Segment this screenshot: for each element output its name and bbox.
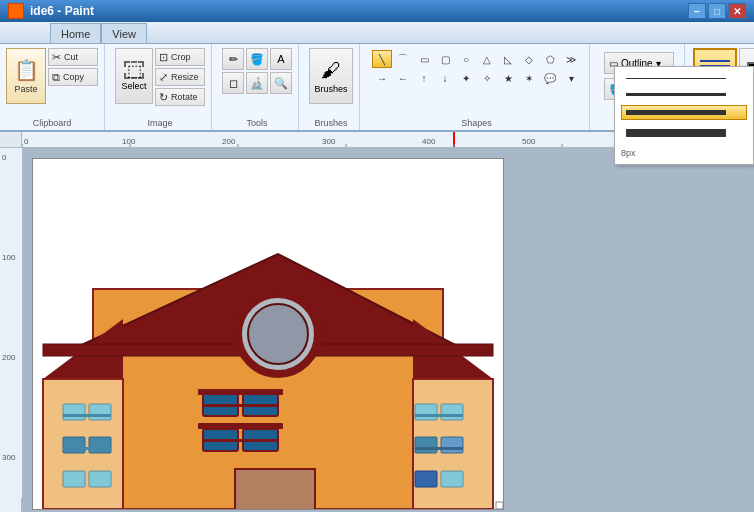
shape-curve[interactable]: ⌒: [393, 50, 413, 68]
shape-triangle[interactable]: △: [477, 50, 497, 68]
svg-text:200: 200: [2, 353, 16, 362]
brushes-group: 🖌 Brushes Brushes: [303, 44, 360, 130]
size-panel: 8px: [614, 66, 754, 165]
svg-rect-54: [496, 502, 503, 509]
size-option-3[interactable]: [621, 88, 747, 101]
svg-rect-34: [203, 439, 278, 442]
shape-ellipse[interactable]: ○: [456, 50, 476, 68]
shape-rounded-rect[interactable]: ▢: [435, 50, 455, 68]
app-title: ide6 - Paint: [30, 4, 94, 18]
size-option-5[interactable]: [621, 105, 747, 120]
tools-content: ✏ 🪣 A ◻ 🔬 🔍: [222, 48, 292, 128]
ruler-corner: [0, 132, 22, 148]
svg-text:0: 0: [2, 153, 7, 162]
minimize-button[interactable]: −: [688, 3, 706, 19]
canvas-area: 0 100 200 300: [0, 148, 754, 512]
svg-rect-35: [198, 389, 283, 395]
shape-arrow-up[interactable]: ↑: [414, 69, 434, 87]
shapes-content: ╲ ⌒ ▭ ▢ ○ △ ◺ ◇ ⬠ ≫ → ← ↑ ↓ ✦ ✧ ★ ✶ 💬: [370, 48, 583, 128]
shape-rect[interactable]: ▭: [414, 50, 434, 68]
shape-right-triangle[interactable]: ◺: [498, 50, 518, 68]
tab-view[interactable]: View: [101, 23, 147, 43]
size-option-1[interactable]: [621, 73, 747, 84]
shape-call[interactable]: 💬: [540, 69, 560, 87]
svg-text:100: 100: [2, 253, 16, 262]
shape-diagonal-line[interactable]: ╲: [372, 50, 392, 68]
svg-rect-42: [89, 437, 111, 453]
select-icon: ⬚: [124, 61, 144, 79]
copy-button[interactable]: ⧉ Copy: [48, 68, 98, 86]
shape-scroll[interactable]: ≫: [561, 50, 581, 68]
size-line-1px: [626, 78, 726, 79]
eyedrop-tool[interactable]: 🔬: [246, 72, 268, 94]
canvas-container[interactable]: [22, 148, 754, 512]
image-group: ⬚ Select ⊡ Crop ⤢ Resize ↻ Rotate Image: [109, 44, 212, 130]
app-icon: [8, 3, 24, 19]
shape-arrow-down[interactable]: ↓: [435, 69, 455, 87]
shape-star4[interactable]: ✧: [477, 69, 497, 87]
shape-arrow-left[interactable]: ←: [393, 69, 413, 87]
brushes-button[interactable]: 🖌 Brushes: [309, 48, 353, 104]
shape-diamond[interactable]: ◇: [519, 50, 539, 68]
svg-rect-45: [89, 471, 111, 487]
svg-rect-53: [441, 471, 463, 487]
window-controls: − □ ✕: [688, 3, 746, 19]
ribbon-tabs: Home View: [0, 22, 754, 44]
cut-icon: ✂: [52, 51, 61, 64]
shape-star6[interactable]: ✶: [519, 69, 539, 87]
paste-icon: 📋: [14, 58, 39, 82]
tab-home[interactable]: Home: [50, 23, 101, 43]
rotate-button[interactable]: ↻ Rotate: [155, 88, 205, 106]
text-tool[interactable]: A: [270, 48, 292, 70]
size-line-1: [700, 60, 730, 62]
resize-icon: ⤢: [159, 71, 168, 84]
pencil-tool[interactable]: ✏: [222, 48, 244, 70]
svg-rect-37: [235, 469, 315, 509]
size-line-3px: [626, 93, 726, 96]
v-ruler-svg: 0 100 200 300: [0, 148, 22, 498]
shape-more[interactable]: ▾: [561, 69, 581, 87]
resize-button[interactable]: ⤢ Resize: [155, 68, 205, 86]
ribbon-tabs-row: 💾 ↩ ↪ ▾ Home View: [0, 22, 754, 44]
clipboard-group: 📋 Paste ✂ Cut ⧉ Copy Clipboard: [0, 44, 105, 130]
svg-text:400: 400: [422, 137, 436, 146]
eraser-tool[interactable]: ◻: [222, 72, 244, 94]
svg-text:300: 300: [2, 453, 16, 462]
brush-icon: 🖌: [321, 59, 341, 82]
cut-button[interactable]: ✂ Cut: [48, 48, 98, 66]
rotate-icon: ↻: [159, 91, 168, 104]
svg-rect-50: [441, 437, 463, 453]
svg-rect-31: [203, 404, 278, 407]
select-button[interactable]: ⬚ Select: [115, 48, 153, 104]
maximize-button[interactable]: □: [708, 3, 726, 19]
vertical-ruler: 0 100 200 300: [0, 148, 22, 512]
tools-row-1: ✏ 🪣 A: [222, 48, 292, 70]
shape-pentagon[interactable]: ⬠: [540, 50, 560, 68]
tools-group: ✏ 🪣 A ◻ 🔬 🔍 Tools: [216, 44, 299, 130]
svg-rect-36: [198, 423, 283, 429]
paint-canvas[interactable]: [32, 158, 504, 510]
title-bar: ide6 - Paint − □ ✕: [0, 0, 754, 22]
clipboard-content: 📋 Paste ✂ Cut ⧉ Copy: [6, 48, 98, 128]
svg-point-28: [248, 304, 308, 364]
size-option-8[interactable]: [621, 124, 747, 142]
svg-rect-38: [63, 404, 85, 420]
tools-row-2: ◻ 🔬 🔍: [222, 72, 292, 94]
svg-rect-51: [415, 447, 463, 450]
svg-rect-52: [415, 471, 437, 487]
shape-star5[interactable]: ★: [498, 69, 518, 87]
crop-button[interactable]: ⊡ Crop: [155, 48, 205, 66]
svg-rect-43: [63, 447, 111, 450]
paste-button[interactable]: 📋 Paste: [6, 48, 46, 104]
close-button[interactable]: ✕: [728, 3, 746, 19]
shapes-grid: ╲ ⌒ ▭ ▢ ○ △ ◺ ◇ ⬠ ≫ → ← ↑ ↓ ✦ ✧ ★ ✶ 💬: [370, 48, 583, 127]
svg-text:500: 500: [522, 137, 536, 146]
fill-tool[interactable]: 🪣: [246, 48, 268, 70]
brushes-content: 🖌 Brushes: [309, 48, 353, 128]
size-line-5px: [626, 110, 726, 115]
shape-arrow-right[interactable]: →: [372, 69, 392, 87]
svg-text:200: 200: [222, 137, 236, 146]
magnify-tool[interactable]: 🔍: [270, 72, 292, 94]
shape-4arrow[interactable]: ✦: [456, 69, 476, 87]
crop-icon: ⊡: [159, 51, 168, 64]
